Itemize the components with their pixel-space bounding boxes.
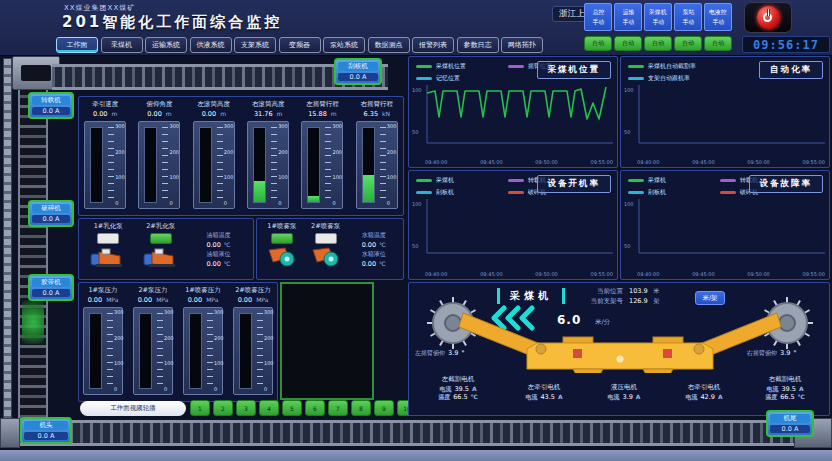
gauge-label: 右摇臂行程 <box>361 100 394 109</box>
support-button[interactable]: 2 <box>213 400 233 416</box>
gauges-top: 牵引速度 0.00m 300200 1000 俯仰角度 0.00m <box>78 96 404 209</box>
motor-pump-icon <box>90 246 126 268</box>
pump-status-chip <box>97 233 119 244</box>
gauge: 右摇臂行程 6.35kN 300200 1000 <box>356 96 398 209</box>
nav-tab[interactable]: 供液系统 <box>190 37 232 53</box>
support-button[interactable]: 1 <box>190 400 210 416</box>
mode-toggle[interactable]: 运输 手动 <box>614 3 642 31</box>
device-value: 0.0 A <box>338 73 378 81</box>
nav-tab[interactable]: 参数日志 <box>457 37 499 53</box>
gauge: 右滚筒高度 31.76m 300200 1000 <box>247 96 289 209</box>
gauge-value: 0.00MPa <box>188 296 219 304</box>
support-button[interactable]: 3 <box>236 400 256 416</box>
motor-group-hydraulic: 液压电机 电流3.9A <box>587 383 661 401</box>
mode-label: 泵站 <box>682 8 694 16</box>
gauge-bar: 300200 1000 <box>193 121 235 209</box>
legend-swatch <box>416 179 432 182</box>
video-feed-panel[interactable] <box>280 282 374 400</box>
nav-tab[interactable]: 支架系统 <box>234 37 276 53</box>
support-button[interactable]: 9 <box>374 400 394 416</box>
mode-auto-button[interactable]: 自动 <box>704 36 732 51</box>
nav-tab[interactable]: 运输系统 <box>145 37 187 53</box>
device-run-rate-chart-panel: 采煤机转载机刮板机破碎机 设备开机率 10050 09:40:0009:45:0… <box>408 170 618 280</box>
gauge-bar: 300200 1000 <box>133 307 173 395</box>
nav-tab[interactable]: 泵站系统 <box>323 37 365 53</box>
support-button[interactable]: 6 <box>305 400 325 416</box>
mode-columns: 总控 手动 自动 运输 手动 自动 采煤机 手动 <box>584 3 732 51</box>
gauge-value: 0.00m <box>93 110 117 118</box>
spray-pump-icon <box>267 246 297 268</box>
sidebar-box-crusher[interactable]: 破碎机 0.0 A <box>28 200 74 227</box>
mode-auto-button[interactable]: 自动 <box>584 36 612 51</box>
support-button[interactable]: 7 <box>328 400 348 416</box>
support-button[interactable]: 4 <box>259 400 279 416</box>
nav-tab[interactable]: 采煤机 <box>101 37 143 53</box>
face-conveyor-box[interactable]: 刮板机 0.0 A <box>334 58 382 85</box>
gauge-value: 6.35kN <box>364 110 390 118</box>
spray-pump-icon <box>311 246 341 268</box>
mode-toggle[interactable]: 电液控 手动 <box>704 3 732 31</box>
conveyor-head-box[interactable]: 机头 0.0 A <box>20 417 72 444</box>
device-label: 机头 <box>24 421 68 430</box>
mode-toggle[interactable]: 总控 手动 <box>584 3 612 31</box>
nav-tab[interactable]: 网络拓扑 <box>501 37 543 53</box>
device-value: 0.0 A <box>32 107 70 115</box>
device-fault-rate-chart-panel: 采煤机转载机刮板机破碎机 设备故障率 10050 09:40:0009:45:0… <box>620 170 830 280</box>
header: XX煤业集团XX煤矿 201智能化工作面综合监控 浙江上创 总控 手动 自动 运… <box>0 0 832 56</box>
motor-group-right-haulage: 右牵引电机 电流42.9A <box>667 383 741 401</box>
mode-column: 总控 手动 自动 <box>584 3 612 51</box>
bottom-margin-strip <box>0 450 832 461</box>
chart-title: 采煤机位置 <box>537 61 612 79</box>
conveyor-tail-box[interactable]: 机尾 0.0 A <box>766 410 814 437</box>
page-title: 201智能化工作面综合监控 <box>62 13 282 32</box>
mode-toggle[interactable]: 泵站 手动 <box>674 3 702 31</box>
nav-tab[interactable]: 工作面 <box>56 37 98 53</box>
gauge-bar: 300200 1000 <box>233 307 273 395</box>
motor-pump-icon <box>143 246 179 268</box>
nav-tab[interactable]: 数据测点 <box>368 37 410 53</box>
mode-auto-button[interactable]: 自动 <box>644 36 672 51</box>
device-label: 机尾 <box>770 414 810 423</box>
motor-group-left-cutting: 左截割电机 电流39.5A 温度66.5℃ <box>415 375 501 401</box>
legend-item: 采煤机 <box>628 176 720 185</box>
mode-state: 手动 <box>622 18 634 26</box>
face-conveyor-graphic <box>0 420 832 446</box>
gauge-label: 牵引速度 <box>92 100 118 109</box>
automation-rate-chart-panel: 采煤机自动截割率支架自动跟机率 自动化率 10050 09:40:0009:45… <box>620 56 830 168</box>
support-button[interactable]: 5 <box>282 400 302 416</box>
gauge-label: 右滚筒高度 <box>252 100 285 109</box>
gauge: 左摇臂行程 15.88m 300200 1000 <box>301 96 343 209</box>
mode-label: 电液控 <box>709 8 727 16</box>
device-value: 0.0 A <box>32 289 70 297</box>
gauge-label: 左滚筒高度 <box>198 100 231 109</box>
legend-swatch <box>628 179 644 182</box>
gauge-value: 0.00MPa <box>138 296 169 304</box>
mode-toggle[interactable]: 采煤机 手动 <box>644 3 672 31</box>
support-button[interactable]: 8 <box>351 400 371 416</box>
gauge: 俯仰角度 0.00m 300200 1000 <box>138 96 180 209</box>
mode-auto-button[interactable]: 自动 <box>614 36 642 51</box>
gauge-label: 俯仰角度 <box>146 100 172 109</box>
gauge-label: 2#泵压力 <box>138 286 167 295</box>
company-name: XX煤业集团XX煤矿 <box>64 3 135 13</box>
pump-status-chip <box>315 233 337 244</box>
x-axis-labels: 09:40:0009:45:0009:50:0009:55:00 <box>425 271 613 277</box>
device-value: 0.0 A <box>770 425 810 433</box>
sidebar-box-belt[interactable]: 胶带机 0.0 A <box>28 274 74 301</box>
gauge-value: 0.00MPa <box>238 296 269 304</box>
mode-label: 总控 <box>592 8 604 16</box>
sidebar-box-transfer[interactable]: 转载机 0.0 A <box>28 92 74 119</box>
gauge: 牵引速度 0.00m 300200 1000 <box>84 96 126 209</box>
legend-swatch <box>508 65 524 68</box>
gauge-value: 0.00m <box>202 110 226 118</box>
mode-auto-button[interactable]: 自动 <box>674 36 702 51</box>
gauge-value: 0.00MPa <box>88 296 119 304</box>
pump-cell: 2#乳化泵 <box>135 222 188 276</box>
shearer-graphic <box>413 297 827 373</box>
gauge: 左滚筒高度 0.00m 300200 1000 <box>193 96 235 209</box>
nav-tab[interactable]: 报警列表 <box>412 37 454 53</box>
video-carousel-button[interactable]: 工作面视频轮播 <box>80 401 186 416</box>
nav-tab[interactable]: 变频器 <box>279 37 321 53</box>
power-button[interactable] <box>744 2 792 33</box>
chart-title: 设备故障率 <box>749 175 824 193</box>
